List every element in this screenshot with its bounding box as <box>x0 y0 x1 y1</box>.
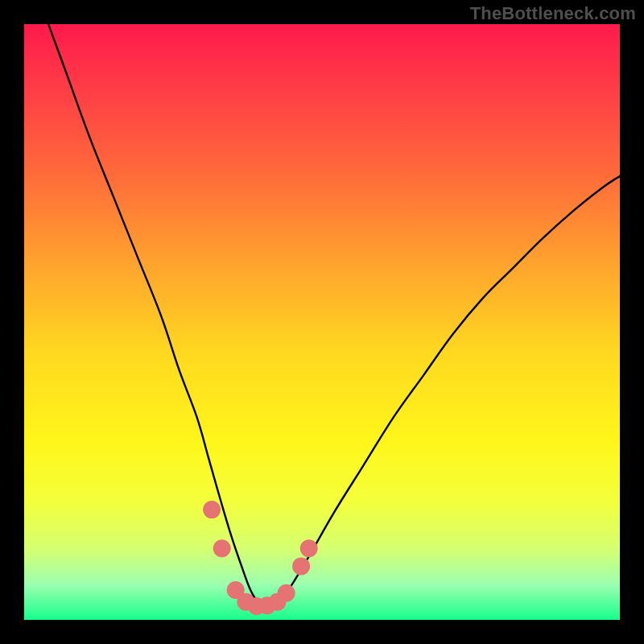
curve-marker <box>292 557 310 575</box>
chart-frame: TheBottleneck.com <box>0 0 644 644</box>
chart-svg <box>24 24 620 620</box>
curve-marker <box>203 501 221 518</box>
curve-marker <box>213 539 231 557</box>
curve-marker <box>278 584 295 602</box>
gradient-background <box>24 24 620 620</box>
curve-marker <box>300 539 318 557</box>
plot-area <box>24 24 620 620</box>
watermark-text: TheBottleneck.com <box>470 3 636 24</box>
